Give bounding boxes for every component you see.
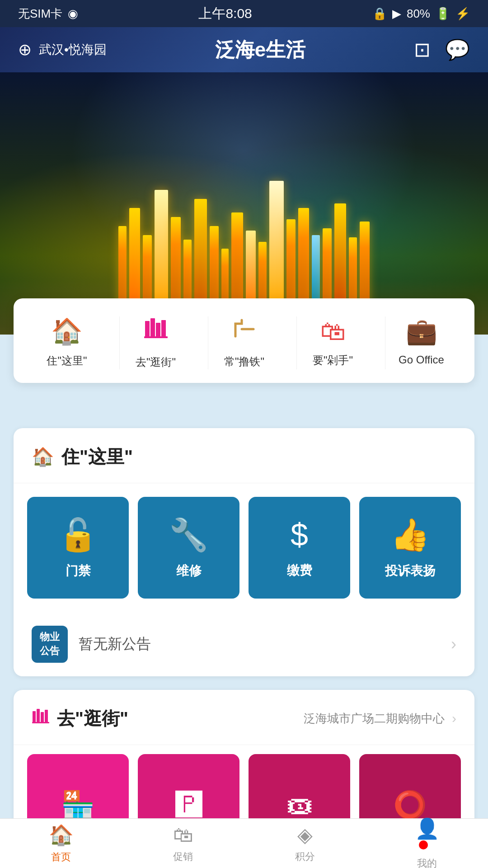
menu-item-office[interactable]: 💼 Go Office xyxy=(385,316,457,369)
menu-item-duo[interactable]: 🛍 要"剁手" xyxy=(296,316,369,369)
service-weixiu[interactable]: 🔧 维修 xyxy=(138,497,239,599)
notice-badge: 物业 公告 xyxy=(32,626,68,663)
notice-badge-line2: 公告 xyxy=(40,644,60,658)
points-tab-icon: ◈ xyxy=(297,823,313,846)
tousu-label: 投诉表扬 xyxy=(385,562,436,580)
service-tousu[interactable]: 👍 投诉表扬 xyxy=(359,497,461,599)
mine-badge xyxy=(419,840,428,849)
zhu-label: 住"这里" xyxy=(47,354,87,368)
menu-item-jie[interactable]: 去"逛街" xyxy=(119,316,192,369)
section-zhu-header: 🏠 住"这里" xyxy=(14,428,474,483)
status-left: 无SIM卡 ◉ xyxy=(18,6,78,22)
section-zhu-icon: 🏠 xyxy=(32,446,54,467)
home-tab-icon: 🏠 xyxy=(49,823,74,847)
lu-label: 常"撸铁" xyxy=(224,354,264,369)
service-jiaofei[interactable]: $ 缴费 xyxy=(249,497,350,599)
menjin-label: 门禁 xyxy=(66,562,91,580)
location-icon: ▶ xyxy=(392,7,401,21)
tab-bar: 🏠 首页 🛍 促销 ◈ 积分 👤 我的 xyxy=(0,818,488,868)
quick-menu: 🏠 住"这里" 去"逛街" 常"撸铁" 🛍 要"剁手" 💼 Go O xyxy=(14,298,474,383)
menu-item-lu[interactable]: 常"撸铁" xyxy=(208,316,280,369)
notice-badge-line1: 物业 xyxy=(40,630,60,644)
home-tab-label: 首页 xyxy=(51,850,71,864)
svg-rect-10 xyxy=(32,722,49,723)
battery-icon: 🔋 xyxy=(436,7,450,21)
banner-carousel xyxy=(0,72,488,335)
menjin-icon: 🔓 xyxy=(58,516,98,553)
nav-bar: ⊕ 武汉•悦海园 泛海e生活 ⊡ 💬 xyxy=(0,27,488,72)
svg-rect-7 xyxy=(37,709,40,723)
section-jie-title: 去"逛街" xyxy=(57,706,128,731)
svg-rect-0 xyxy=(145,321,150,337)
section-jie-icon xyxy=(32,708,50,730)
scan-icon[interactable]: ⊡ xyxy=(414,38,431,61)
points-tab-label: 积分 xyxy=(295,850,315,863)
office-label: Go Office xyxy=(399,354,444,366)
promo-tab-label: 促销 xyxy=(173,850,193,863)
shop-icon-2: 🅿 xyxy=(175,789,202,821)
message-icon[interactable]: 💬 xyxy=(445,38,470,61)
tab-points[interactable]: ◈ 积分 xyxy=(260,823,350,863)
status-right: 🔒 ▶ 80% 🔋 ⚡ xyxy=(372,7,470,21)
status-bar: 无SIM卡 ◉ 上午8:08 🔒 ▶ 80% 🔋 ⚡ xyxy=(0,0,488,27)
carrier-text: 无SIM卡 xyxy=(18,6,62,22)
section-jie-arrow: › xyxy=(452,711,456,726)
svg-rect-1 xyxy=(150,318,155,337)
tab-promo[interactable]: 🛍 促销 xyxy=(138,824,228,863)
svg-rect-9 xyxy=(45,710,48,723)
svg-rect-4 xyxy=(144,336,168,338)
wifi-icon: ◉ xyxy=(68,7,78,21)
promo-tab-icon: 🛍 xyxy=(173,824,193,846)
jie-icon xyxy=(143,316,169,348)
svg-rect-3 xyxy=(161,320,166,337)
duo-icon: 🛍 xyxy=(320,316,346,346)
notice-arrow: › xyxy=(451,635,456,654)
lu-icon xyxy=(232,316,257,347)
lock-icon: 🔒 xyxy=(372,7,387,21)
jiaofei-label: 缴费 xyxy=(287,562,312,579)
tousu-icon: 👍 xyxy=(390,516,430,553)
tab-home[interactable]: 🏠 首页 xyxy=(16,823,106,864)
nav-actions: ⊡ 💬 xyxy=(414,38,470,61)
weixiu-icon: 🔧 xyxy=(169,516,208,553)
zhu-icon: 🏠 xyxy=(51,316,83,346)
service-menjin[interactable]: 🔓 门禁 xyxy=(27,497,129,599)
section-zhu-title: 住"这里" xyxy=(61,444,133,469)
office-icon: 💼 xyxy=(406,316,437,346)
charge-icon: ⚡ xyxy=(455,7,470,21)
svg-rect-8 xyxy=(41,712,44,723)
app-title: 泛海e生活 xyxy=(215,37,305,63)
location-text: 武汉•悦海园 xyxy=(39,41,107,58)
shop-icon-3: 🎟 xyxy=(286,789,313,821)
banner-image xyxy=(0,72,488,335)
nav-location[interactable]: ⊕ 武汉•悦海园 xyxy=(18,40,107,59)
service-grid: 🔓 门禁 🔧 维修 $ 缴费 👍 投诉表扬 xyxy=(14,483,474,612)
section-jie-header[interactable]: 去"逛街" 泛海城市广场二期购物中心 › xyxy=(14,690,474,745)
svg-rect-2 xyxy=(156,323,160,337)
mine-tab-label: 我的 xyxy=(417,857,437,868)
shop-icon-4: ⭕ xyxy=(393,789,427,821)
section-jie-subtitle: 泛海城市广场二期购物中心 xyxy=(304,711,445,726)
tab-mine[interactable]: 👤 我的 xyxy=(382,817,472,868)
weixiu-label: 维修 xyxy=(176,562,202,580)
menu-item-zhu[interactable]: 🏠 住"这里" xyxy=(31,316,103,369)
svg-rect-6 xyxy=(33,711,36,723)
duo-label: 要"剁手" xyxy=(313,353,353,368)
jie-label: 去"逛街" xyxy=(136,355,176,369)
mine-tab-icon: 👤 xyxy=(415,817,440,840)
battery-text: 80% xyxy=(407,7,430,21)
status-time: 上午8:08 xyxy=(198,5,252,23)
notice-area[interactable]: 物业 公告 暂无新公告 › xyxy=(14,612,474,676)
location-target-icon: ⊕ xyxy=(18,40,32,59)
notice-text: 暂无新公告 xyxy=(79,634,440,654)
section-zhu-zhere: 🏠 住"这里" 🔓 门禁 🔧 维修 $ 缴费 👍 投诉表扬 物业 公告 暂无新公… xyxy=(14,428,474,676)
jiaofei-icon: $ xyxy=(291,517,308,553)
shop-icon-1: 🏪 xyxy=(61,789,95,821)
